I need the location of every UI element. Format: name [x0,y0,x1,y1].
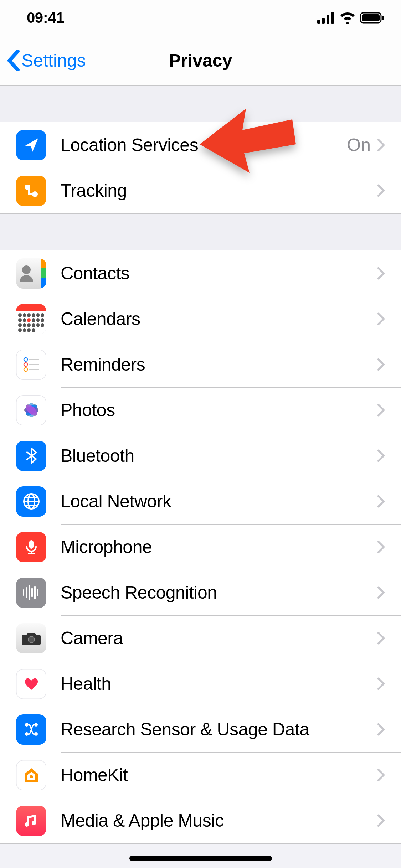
speech-icon [16,578,46,608]
wifi-icon [339,12,356,24]
row-label: HomeKit [61,765,377,785]
row-contacts[interactable]: Contacts [0,250,401,296]
chevron-right-icon [377,184,385,197]
row-label: Photos [61,400,377,420]
row-research[interactable]: Research Sensor & Usage Data [0,707,401,752]
svg-point-38 [28,636,35,643]
home-indicator [129,856,272,861]
row-label: Media & Apple Music [61,810,377,831]
status-bar: 09:41 [0,0,401,36]
row-label: Reminders [61,354,377,375]
svg-rect-0 [317,20,320,24]
microphone-icon [16,532,46,562]
chevron-right-icon [377,495,385,508]
svg-rect-5 [362,14,380,21]
row-label: Camera [61,628,377,649]
status-indicators [317,12,385,24]
chevron-right-icon [377,449,385,463]
row-label: Microphone [61,537,377,557]
chevron-right-icon [377,677,385,691]
reminders-icon [16,350,46,380]
chevron-right-icon [377,631,385,645]
row-label: Bluetooth [61,445,377,466]
navigation-bar: Settings Privacy [0,36,401,86]
row-label: Health [61,673,377,694]
chevron-right-icon [377,723,385,736]
svg-rect-1 [322,18,325,24]
chevron-right-icon [377,138,385,152]
svg-rect-29 [29,540,34,549]
row-label: Location Services [61,135,347,155]
row-photos[interactable]: Photos [0,387,401,433]
svg-point-12 [24,368,27,371]
battery-icon [360,12,385,24]
svg-point-8 [32,191,38,197]
contacts-icon [16,258,46,289]
back-label: Settings [21,50,86,71]
settings-group-main: Contacts Calendars Reminders [0,250,401,844]
chevron-left-icon [7,50,20,71]
row-microphone[interactable]: Microphone [0,524,401,570]
row-local-network[interactable]: Local Network [0,479,401,524]
svg-rect-3 [331,12,334,24]
svg-point-10 [24,358,27,361]
section-separator [0,214,401,250]
health-icon [16,669,46,699]
row-media[interactable]: Media & Apple Music [0,798,401,843]
chevron-right-icon [377,267,385,280]
row-value: On [347,135,371,155]
svg-rect-7 [25,185,30,190]
bluetooth-icon [16,441,46,471]
svg-point-9 [22,265,31,274]
row-calendars[interactable]: Calendars [0,296,401,342]
row-label: Speech Recognition [61,582,377,603]
photos-icon [16,395,46,425]
back-button[interactable]: Settings [0,50,86,71]
row-tracking[interactable]: Tracking [0,168,401,213]
chevron-right-icon [377,586,385,599]
row-camera[interactable]: Camera [0,615,401,661]
location-arrow-icon [16,130,46,160]
tracking-icon [16,176,46,206]
row-reminders[interactable]: Reminders [0,342,401,387]
row-label: Research Sensor & Usage Data [61,719,377,740]
chevron-right-icon [377,768,385,782]
row-location-services[interactable]: Location Services On [0,122,401,168]
svg-rect-2 [327,15,329,24]
row-label: Calendars [61,309,377,329]
media-icon [16,806,46,836]
svg-point-11 [24,363,27,366]
section-separator [0,86,401,122]
row-homekit[interactable]: HomeKit [0,752,401,798]
calendars-icon [16,304,46,334]
row-bluetooth[interactable]: Bluetooth [0,433,401,479]
research-icon [16,714,46,745]
row-label: Contacts [61,263,377,284]
page-title: Privacy [169,50,232,71]
homekit-icon [16,760,46,790]
row-speech-recognition[interactable]: Speech Recognition [0,570,401,615]
svg-rect-6 [382,16,384,20]
chevron-right-icon [377,540,385,554]
row-label: Tracking [61,180,377,201]
privacy-settings-screen: 09:41 Settings Privacy Location Services… [0,0,401,868]
row-label: Local Network [61,491,377,512]
camera-icon [16,623,46,653]
chevron-right-icon [377,403,385,417]
chevron-right-icon [377,814,385,827]
cellular-signal-icon [317,12,335,24]
chevron-right-icon [377,358,385,371]
settings-group-top: Location Services On Tracking [0,122,401,214]
network-icon [16,486,46,517]
status-time: 09:41 [27,9,64,26]
chevron-right-icon [377,312,385,326]
row-health[interactable]: Health [0,661,401,707]
